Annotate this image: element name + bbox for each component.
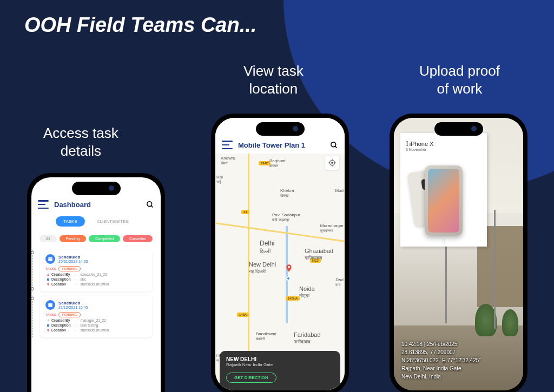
phone-dashboard: Dashboard TASKS CLIENTS/SITES All Pendin… [27,173,165,392]
billboard-brand: iPhone X [406,139,482,148]
tab-tasks[interactable]: TASKS [56,216,85,227]
current-location-dot [286,276,291,281]
caption-upload: Upload proofof work [419,62,500,97]
calendar-icon [45,254,55,264]
search-icon[interactable] [330,141,338,149]
filter-completed[interactable]: Completed [89,235,120,242]
route-badge: 334B [259,161,271,165]
pending-badge: Pending [58,266,81,271]
svg-rect-2 [48,257,52,261]
location-address: Rajpath Near India Gate [226,362,334,367]
overlay-city: New Delhi, India [401,373,481,381]
photo-metadata-overlay: 10:42:18 | 25/Feb/2025 28.613895, 77.209… [401,340,481,381]
svg-line-11 [335,146,337,148]
location-pin-icon [285,264,293,275]
svg-point-0 [147,201,152,206]
overlay-timestamp: 10:42:18 | 25/Feb/2025 [401,340,481,348]
locate-me-button[interactable] [325,156,339,170]
overlay-coords-decimal: 28.613895, 77.209007 [401,348,481,356]
get-direction-button[interactable]: GET DIRECTION [226,373,276,383]
task-card[interactable]: 10:45 Scheduled21/12/2021 10:45 TASKSPen… [40,296,152,337]
svg-point-4 [48,274,49,275]
svg-line-1 [151,205,153,207]
caption-access: Access taskdetails [43,124,118,160]
svg-point-9 [288,266,290,268]
calendar-icon [45,300,55,310]
search-icon[interactable] [146,201,154,209]
location-card: NEW DELHI Rajpath Near India Gate GET DI… [220,351,340,390]
svg-rect-6 [48,303,52,307]
page-title: OOH Field Teams Can... [24,14,256,37]
svg-point-13 [332,162,333,164]
dashboard-title: Dashboard [54,201,141,209]
location-city: NEW DELHI [226,356,334,362]
billboard: iPhone X 3 November  [400,133,487,247]
menu-icon[interactable] [222,141,233,149]
filter-all[interactable]: All [39,235,57,242]
task-card[interactable]: 14:00 N/A Scheduled25/01/2022 14:00 TASK… [40,250,152,291]
tab-clients[interactable]: CLIENTS/SITES [89,216,136,227]
svg-point-10 [331,142,336,147]
svg-rect-8 [47,324,49,327]
svg-rect-5 [47,278,49,281]
svg-point-7 [48,320,49,321]
phone-camera: iPhone X 3 November  10:42:18 | 25/Feb… [390,114,527,392]
filter-cancelled[interactable]: Cancelled [123,235,153,242]
menu-icon[interactable] [38,200,49,209]
overlay-address: Rajpath, Near India Gate [401,364,481,373]
map-title: Mobile Tower Plan 1 [238,141,325,149]
filter-pending[interactable]: Pending [60,235,87,242]
phone-map: 334B 44 NE3 148NA 148A Khewraखेवरा Raiरा… [211,114,349,392]
task-status: Scheduled [58,255,88,260]
overlay-coords-dms: N 28°36'50.022" E 77°12'32.425" [401,356,481,364]
task-date: 25/01/2022 14:00 [58,260,88,263]
camera-viewfinder[interactable]: iPhone X 3 November  10:42:18 | 25/Feb… [394,118,523,390]
caption-location: View tasklocation [243,62,304,97]
